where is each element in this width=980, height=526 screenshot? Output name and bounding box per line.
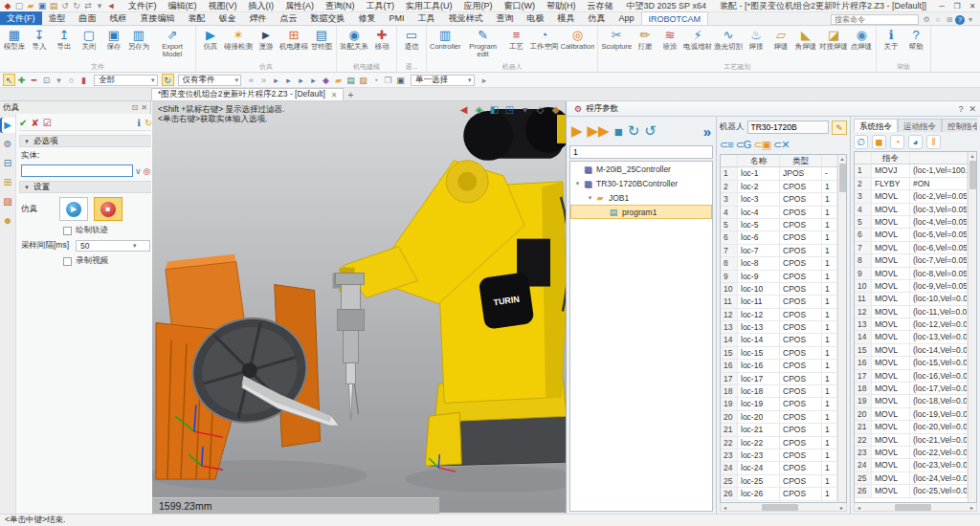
command-search-input[interactable] — [831, 14, 919, 25]
table-row[interactable]: 20MOVL(loc-19,Vel=0.05000,A — [855, 408, 968, 421]
sample-interval-select[interactable]: 50▾ — [76, 240, 150, 252]
teach-loc-icon[interactable]: ⊂▣ — [753, 139, 770, 151]
expand-list-icon[interactable]: ∨ — [135, 166, 142, 176]
ribbon-tab[interactable]: 文件(F) — [0, 11, 42, 25]
laser-cut-button[interactable]: ∿激光切割 — [713, 27, 744, 52]
regen-icon[interactable]: ↻ — [162, 74, 174, 86]
gantt-chart-button[interactable]: ▤甘特图 — [309, 27, 334, 52]
table-row[interactable]: 24MOVL(loc-23,Vel=0.05000,A — [855, 459, 968, 471]
tree-item[interactable]: ▦M-20iB_25Controller — [570, 162, 712, 176]
loop-run-button[interactable]: ↻ — [628, 122, 640, 140]
collision-check-button[interactable]: ✶碰撞检测 — [223, 27, 254, 52]
table-row[interactable]: 12loc-12CPOS1 — [721, 309, 837, 321]
table-row[interactable]: 26MOVL(loc-25,Vel=0.05000,A — [855, 485, 968, 497]
app-logo[interactable]: ◆ — [2, 1, 13, 11]
table-row[interactable]: 6MOVL(loc-5,Vel=0.05000,A — [855, 229, 968, 241]
table-row[interactable]: 13loc-13CPOS1 — [721, 321, 837, 334]
expander-icon[interactable]: ▾ — [573, 180, 582, 187]
component-tab[interactable]: ⊞ — [0, 175, 15, 190]
table-row[interactable]: 7MOVL(loc-6,Vel=0.05000,A — [855, 242, 968, 254]
table-row[interactable]: 3MOVL(loc-2,Vel=0.05000,A — [855, 190, 968, 203]
spray-button[interactable]: ≋喷涂 — [657, 27, 682, 52]
sculpture-button[interactable]: ✂Sculpture — [600, 27, 633, 52]
ribbon-tab[interactable]: 视觉样式 — [442, 11, 490, 25]
menu-item[interactable]: 云存储 — [582, 0, 619, 12]
table-row[interactable]: 12MOVL(loc-11,Vel=0.05000,A — [855, 306, 968, 318]
about-button[interactable]: ℹ关于 — [879, 27, 903, 52]
close-doc-button[interactable]: ▢关闭 — [77, 27, 101, 52]
ribbon-tab[interactable]: 装配 — [182, 11, 212, 25]
ribbon-tab[interactable]: 数据交换 — [304, 11, 352, 25]
align-left-icon[interactable]: « — [245, 74, 257, 86]
redo-icon[interactable]: ↻ — [71, 1, 82, 11]
ribbon-tab[interactable]: 焊件 — [243, 11, 274, 25]
cmd-tab[interactable]: 运动指令 — [898, 119, 942, 132]
scroll-thumb[interactable] — [895, 504, 931, 511]
cmd-tab[interactable]: 控制指令 — [942, 119, 977, 132]
speed-cmd-icon[interactable]: ◕ — [908, 135, 923, 149]
ribbon-tab[interactable]: 查询 — [490, 11, 521, 25]
menu-item[interactable]: 应用(P) — [458, 0, 499, 12]
ribbon-tab[interactable]: 修复 — [352, 11, 383, 25]
menu-item[interactable]: 编辑(E) — [163, 0, 203, 12]
edit-robot-button[interactable]: ✎ — [832, 121, 847, 135]
table-row[interactable]: 10MOVL(loc-9,Vel=0.05000,A — [855, 280, 968, 293]
table-row[interactable]: 11MOVL(loc-10,Vel=0.05000,A — [855, 293, 968, 305]
ribbon-tab[interactable]: IROBOTCAM — [641, 11, 709, 25]
weld-seam-button[interactable]: ▱焊缝 — [768, 27, 793, 52]
arc-additive-button[interactable]: ⚡电弧增材 — [682, 27, 713, 52]
speaker-icon[interactable]: ◄ — [105, 1, 117, 11]
calibration-button[interactable]: ◎Calibration — [560, 27, 596, 52]
constraint-icon-3[interactable]: ▸ — [295, 74, 307, 86]
table-row[interactable]: 5loc-5CPOS1 — [721, 219, 837, 231]
table-row[interactable]: 11loc-11CPOS1 — [721, 296, 837, 308]
process-button[interactable]: ≡工艺 — [504, 27, 529, 52]
view-dropdown-icon[interactable]: ▾ — [519, 103, 531, 116]
menu-item[interactable]: 窗口(W) — [499, 0, 542, 12]
save-as-button[interactable]: ▥另存为 — [126, 27, 151, 52]
ribbon-tab[interactable]: App — [612, 11, 641, 25]
search-icon[interactable]: ○ — [932, 15, 944, 24]
image-icon[interactable]: ▨ — [357, 74, 369, 86]
display-filter-select[interactable]: 仅有零件▾ — [178, 75, 242, 86]
run-button[interactable]: ▶ — [571, 122, 583, 140]
weld-button[interactable]: ♨焊接 — [744, 27, 768, 52]
table-row[interactable]: 4loc-4CPOS1 — [721, 207, 837, 219]
scroll-up-icon[interactable]: ▴ — [840, 155, 843, 163]
table-row[interactable]: 18MOVL(loc-17,Vel=0.05000,A — [855, 383, 968, 395]
info-icon[interactable]: ℹ — [137, 118, 141, 128]
menu-item[interactable]: 帮助(H) — [541, 0, 582, 12]
vertical-scrollbar[interactable]: ▴ — [837, 155, 846, 502]
table-row[interactable]: 9loc-9CPOS1 — [721, 271, 837, 283]
panel-help-icon[interactable]: ? — [958, 104, 963, 114]
butt-weld-button[interactable]: ◪对接焊缝 — [818, 27, 849, 52]
menu-item[interactable]: 插入(I) — [243, 0, 280, 12]
program-edit-button[interactable]: ✎Program edit — [462, 27, 504, 59]
save-doc-button[interactable]: ▣保存 — [101, 27, 126, 52]
program-close-icon[interactable]: ✕ — [969, 104, 976, 114]
table-row[interactable]: 2loc-2CPOS1 — [721, 181, 837, 193]
table-row[interactable]: 2FLYBY#ON — [855, 178, 968, 190]
table-row[interactable]: 16loc-16CPOS1 — [721, 360, 837, 372]
disable-cmd-icon[interactable]: ∅ — [854, 135, 868, 149]
table-row[interactable]: 16MOVL(loc-15,Vel=0.05000,A — [855, 357, 968, 369]
ribbon-tab[interactable]: 钣金 — [212, 11, 243, 25]
pick-target-icon[interactable]: ◎ — [144, 166, 151, 176]
model-library-button[interactable]: ▦模型库 — [2, 27, 27, 52]
spot-weld-button[interactable]: ◉点焊缝 — [849, 27, 874, 52]
scroll-thumb[interactable] — [969, 161, 976, 189]
align-right-icon[interactable]: » — [257, 74, 270, 86]
simulate-button[interactable]: ▶仿真 — [198, 27, 223, 52]
add-pick-icon[interactable]: ✚ — [15, 74, 28, 86]
draw-track-checkbox[interactable] — [63, 227, 72, 235]
table-row[interactable]: 7loc-7CPOS1 — [721, 245, 837, 257]
close-button[interactable]: ✕ — [965, 2, 980, 11]
delete-loc-icon[interactable]: ⊂✕ — [773, 139, 789, 151]
expander-icon[interactable]: ▾ — [586, 194, 594, 202]
perspective-icon[interactable]: ◇ — [534, 103, 546, 116]
table-row[interactable]: 19MOVL(loc-18,Vel=0.05000,A — [855, 395, 968, 407]
menu-item[interactable]: 视图(V) — [203, 0, 243, 12]
shade-mode-icon[interactable]: ◧ — [488, 103, 501, 116]
pick-dropdown-icon[interactable]: ▾ — [53, 74, 65, 86]
table-row[interactable]: 22MOVL(loc-21,Vel=0.05000,A — [855, 434, 968, 447]
